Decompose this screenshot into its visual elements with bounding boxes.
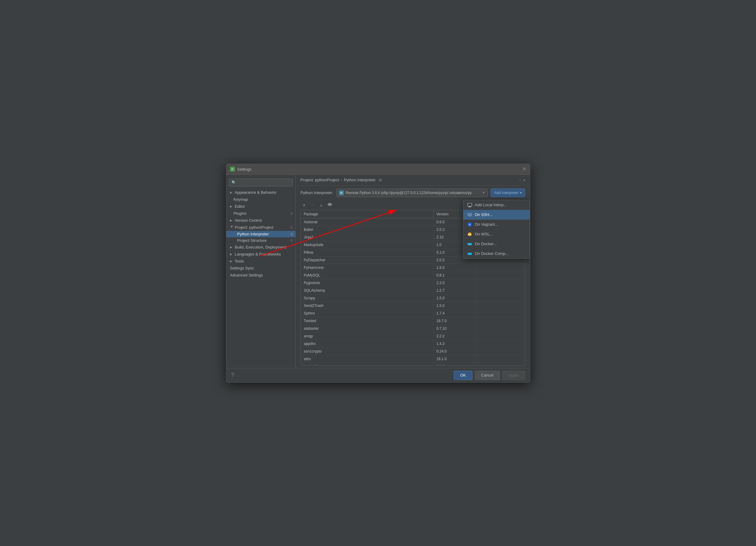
settings-dialog: P Settings ✕ 🔍 ▶ Appearance & Behavior K… bbox=[226, 164, 530, 383]
breadcrumb-parent: Project: pythonProject bbox=[301, 178, 339, 182]
nav-forward-arrow[interactable]: › bbox=[523, 177, 525, 183]
table-row[interactable]: PyMySQL 0.8.1 bbox=[301, 272, 525, 279]
menu-item-on-wsl[interactable]: WSL On WSL... bbox=[463, 229, 530, 239]
breadcrumb-separator: › bbox=[341, 178, 342, 182]
table-row[interactable]: appdirs 1.4.3 bbox=[301, 340, 525, 348]
dialog-footer: ? OK Cancel Apply bbox=[226, 368, 530, 382]
menu-item-add-local[interactable]: Add Local Interp... bbox=[463, 200, 530, 210]
latest-version-cell bbox=[476, 287, 525, 294]
table-row[interactable]: PyHamcrest 1.9.0 bbox=[301, 264, 525, 272]
sidebar-item-appearance[interactable]: ▶ Appearance & Behavior bbox=[226, 189, 295, 196]
ok-button[interactable]: OK bbox=[454, 371, 472, 380]
version-cell: 0.7.10 bbox=[434, 325, 476, 332]
add-interpreter-button[interactable]: Add Interpreter ▾ bbox=[491, 189, 525, 197]
menu-item-on-ssh[interactable]: SSH On SSH... bbox=[463, 210, 530, 220]
sidebar-item-editor[interactable]: ▶ Editor bbox=[226, 203, 295, 210]
close-button[interactable]: ✕ bbox=[522, 167, 526, 172]
sidebar-item-label: Tools bbox=[235, 259, 244, 263]
menu-item-label: On SSH... bbox=[475, 212, 493, 217]
interpreter-icon: P bbox=[339, 190, 344, 195]
package-name-cell: attrs bbox=[301, 355, 434, 363]
computer-icon bbox=[467, 202, 472, 208]
sidebar-item-label: Version Control bbox=[235, 218, 262, 223]
add-interpreter-arrow-icon: ▾ bbox=[520, 191, 522, 195]
latest-version-cell bbox=[476, 363, 525, 366]
table-row[interactable]: asn1crypto 0.24.0 bbox=[301, 348, 525, 355]
sidebar-item-languages[interactable]: ▶ Languages & Frameworks bbox=[226, 251, 295, 258]
menu-item-on-docker-compose[interactable]: On Docker Comp... bbox=[463, 249, 530, 259]
version-cell: 1.4.3 bbox=[434, 340, 476, 347]
sidebar-item-settings-sync[interactable]: Settings Sync bbox=[226, 265, 295, 272]
upgrade-package-button[interactable]: ▲ bbox=[318, 201, 325, 209]
sidebar-item-label: Plugins bbox=[234, 211, 247, 216]
table-row[interactable]: Send2Trash 1.5.0 bbox=[301, 302, 525, 310]
package-name-cell: PyMySQL bbox=[301, 272, 434, 279]
package-name-cell: Jinja2 bbox=[301, 234, 434, 241]
sidebar-item-tools[interactable]: ▶ Tools bbox=[226, 258, 295, 265]
eye-icon bbox=[328, 202, 332, 207]
menu-item-label: On Vagrant... bbox=[475, 222, 498, 227]
arrow-icon: ▶ bbox=[230, 252, 234, 256]
latest-version-cell bbox=[476, 348, 525, 355]
svg-text:🐳: 🐳 bbox=[469, 243, 471, 245]
settings-icon: ⊞ bbox=[379, 178, 382, 182]
sidebar-item-project[interactable]: ▶ Project: pythonProject ⊞ bbox=[226, 224, 295, 231]
nav-back-arrow[interactable]: ‹ bbox=[519, 177, 521, 183]
sidebar-item-label: Appearance & Behavior bbox=[235, 190, 277, 195]
version-cell: 1.9.0 bbox=[434, 264, 476, 271]
table-row[interactable]: SQLAlchemy 1.2.7 bbox=[301, 287, 525, 294]
table-row[interactable]: Twisted 18.7.0 bbox=[301, 317, 525, 325]
arrow-icon: ▶ bbox=[230, 245, 234, 249]
package-name-cell: Send2Trash bbox=[301, 302, 434, 309]
version-cell: 2.2.0 bbox=[434, 279, 476, 287]
svg-rect-7 bbox=[468, 203, 472, 206]
package-name-cell: MarkupSafe bbox=[301, 241, 434, 249]
help-button[interactable]: ? bbox=[231, 372, 234, 378]
table-row[interactable]: amqp 2.2.2 bbox=[301, 332, 525, 340]
menu-item-label: On Docker Comp... bbox=[475, 251, 509, 256]
version-cell: 18.1.0 bbox=[434, 355, 476, 363]
sidebar-item-advanced-settings[interactable]: Advanced Settings bbox=[226, 272, 295, 279]
arrow-icon: ▶ bbox=[230, 225, 233, 229]
sidebar-item-label: Build, Execution, Deployment bbox=[235, 245, 287, 249]
table-row[interactable]: Scrapy 1.5.0 bbox=[301, 294, 525, 302]
version-cell: 1.5.0 bbox=[434, 302, 476, 309]
sidebar-item-python-interpreter[interactable]: Python Interpreter ⊞ bbox=[226, 231, 295, 237]
minus-icon: − bbox=[311, 203, 314, 207]
up-arrow-icon: ▲ bbox=[319, 203, 323, 207]
table-row[interactable]: attrs 18.1.0 bbox=[301, 355, 525, 363]
sidebar-item-build-exec[interactable]: ▶ Build, Execution, Deployment bbox=[226, 244, 295, 251]
show-packages-button[interactable] bbox=[326, 201, 333, 209]
arrow-icon: ▶ bbox=[230, 191, 234, 194]
version-cell: 1.5.0 bbox=[434, 294, 476, 302]
svg-text:WSL: WSL bbox=[468, 234, 472, 235]
table-row[interactable]: Sphinx 1.7.4 bbox=[301, 310, 525, 317]
sidebar-item-label: Python Interpreter bbox=[237, 232, 269, 236]
sidebar-item-plugins[interactable]: Plugins ⊞ bbox=[226, 210, 295, 217]
cancel-button[interactable]: Cancel bbox=[475, 371, 500, 380]
menu-item-on-docker[interactable]: 🐳 On Docker... bbox=[463, 239, 530, 249]
search-box[interactable]: 🔍 bbox=[229, 179, 293, 186]
add-interpreter-label: Add Interpreter bbox=[494, 191, 518, 195]
menu-item-label: On Docker... bbox=[475, 242, 497, 246]
table-row[interactable]: Pygments 2.2.0 bbox=[301, 279, 525, 287]
package-name-cell: Sphinx bbox=[301, 310, 434, 317]
sidebar-item-keymap[interactable]: Keymap bbox=[226, 196, 295, 203]
table-row[interactable]: alabaster 0.7.10 bbox=[301, 325, 525, 332]
remove-package-button[interactable]: − bbox=[309, 201, 316, 209]
wsl-icon: WSL bbox=[467, 231, 472, 237]
sidebar-item-label: Advanced Settings bbox=[230, 273, 263, 277]
menu-item-on-vagrant[interactable]: V On Vagrant... bbox=[463, 220, 530, 229]
menu-item-label: Add Local Interp... bbox=[475, 203, 507, 207]
search-icon: 🔍 bbox=[232, 180, 236, 185]
svg-text:P: P bbox=[232, 168, 233, 171]
sidebar-item-project-structure[interactable]: Project Structure ⊞ bbox=[226, 237, 295, 244]
add-package-button[interactable]: + bbox=[301, 201, 308, 209]
interpreter-dropdown[interactable]: P Remote Python 3.6.6 (sftp://pyvip@127.… bbox=[336, 189, 488, 197]
title-bar: P Settings ✕ bbox=[226, 164, 530, 175]
table-row[interactable]: backcall 0.1.0 bbox=[301, 363, 525, 366]
apply-button[interactable]: Apply bbox=[502, 371, 525, 380]
version-cell: 0.1.0 bbox=[434, 363, 476, 366]
sidebar-item-version-control[interactable]: ▶ Version Control bbox=[226, 217, 295, 224]
search-input[interactable] bbox=[238, 180, 290, 185]
